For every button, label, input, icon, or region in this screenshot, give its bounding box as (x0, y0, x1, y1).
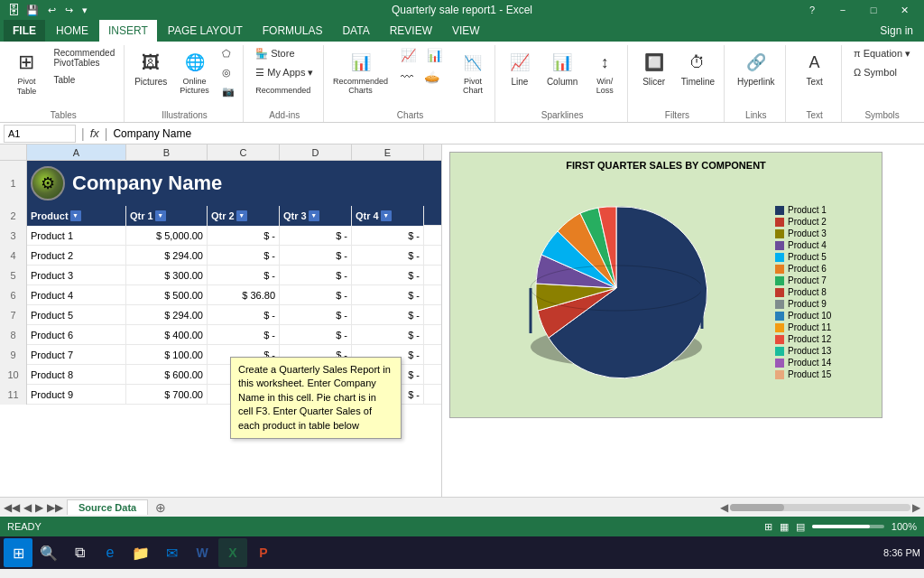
column-sparkline-btn[interactable]: 📊 Column (542, 45, 582, 89)
cell-qtr1-7[interactable]: $ 294.00 (126, 305, 208, 325)
sheet-tab-source[interactable]: Source Data (67, 499, 148, 515)
winloss-sparkline-btn[interactable]: ↕ Win/Loss (586, 45, 624, 98)
undo-btn[interactable]: ↩ (45, 3, 59, 17)
cell-qtr1-6[interactable]: $ 500.00 (126, 285, 208, 305)
tab-file[interactable]: FILE (4, 20, 45, 42)
save-quick-btn[interactable]: 💾 (23, 3, 42, 17)
name-box[interactable] (4, 125, 76, 143)
recommended-pivottables-btn[interactable]: RecommendedPivotTables (49, 45, 119, 70)
row-4[interactable]: 4 Product 2 $ 294.00 $ - $ - $ - (0, 246, 441, 266)
cell-qtr1-5[interactable]: $ 300.00 (126, 266, 208, 285)
header-product[interactable]: Product ▼ (27, 206, 126, 226)
redo-btn[interactable]: ↪ (62, 3, 76, 17)
tab-review[interactable]: REVIEW (381, 20, 441, 42)
cell-qtr1-11[interactable]: $ 700.00 (126, 385, 208, 405)
cell-qtr2-8[interactable]: $ - (208, 325, 280, 345)
cell-product-9[interactable]: Product 7 (27, 345, 126, 365)
task-view-btn[interactable]: ⧉ (65, 538, 94, 567)
recommended-charts-btn[interactable]: 📊 RecommendedCharts (328, 45, 393, 98)
header-qtr2[interactable]: Qtr 2 ▼ (208, 206, 280, 226)
cell-a1[interactable]: ⚙ Company Name (27, 161, 441, 206)
customize-btn[interactable]: ▾ (79, 3, 90, 17)
cell-product-6[interactable]: Product 4 (27, 285, 126, 305)
ppt-btn[interactable]: P (249, 538, 278, 567)
header-qtr4[interactable]: Qtr 4 ▼ (352, 206, 424, 226)
tab-home[interactable]: HOME (47, 20, 97, 42)
sheet-nav-right[interactable]: ▶▶ (47, 501, 63, 514)
cell-product-3[interactable]: Product 1 (27, 226, 126, 246)
cell-qtr4-7[interactable]: $ - (352, 305, 424, 325)
chart-container[interactable]: FIRST QUARTER SALES BY COMPONENT (449, 152, 882, 418)
sign-in-btn[interactable]: Sign in (873, 24, 920, 37)
tab-page-layout[interactable]: PAGE LAYOUT (159, 20, 252, 42)
bar-chart-btn[interactable]: 📈 (396, 45, 420, 65)
product-filter-btn[interactable]: ▼ (70, 210, 81, 221)
tab-view[interactable]: VIEW (443, 20, 489, 42)
recommended-apps-btn[interactable]: Recommended (251, 83, 318, 98)
scroll-thumb[interactable] (730, 504, 784, 511)
cell-qtr4-6[interactable]: $ - (352, 285, 424, 305)
header-qtr1[interactable]: Qtr 1 ▼ (126, 206, 208, 226)
maximize-btn[interactable]: □ (861, 3, 886, 17)
scroll-right-btn[interactable]: ▶ (912, 501, 920, 514)
cell-qtr4-4[interactable]: $ - (352, 246, 424, 266)
screenshot-btn[interactable]: 📷 (217, 83, 239, 100)
cell-qtr4-3[interactable]: $ - (352, 226, 424, 246)
online-pictures-btn[interactable]: 🌐 OnlinePictures (175, 45, 214, 98)
mail-btn[interactable]: ✉ (157, 538, 186, 567)
qtr4-filter-btn[interactable]: ▼ (381, 210, 392, 221)
slicer-btn[interactable]: 🔲 Slicer (635, 45, 673, 89)
row-6[interactable]: 6 Product 4 $ 500.00 $ 36.80 $ - $ - (0, 285, 441, 305)
start-btn[interactable]: ⊞ (4, 538, 32, 567)
row-3[interactable]: 3 Product 1 $ 5,000.00 $ - $ - $ - (0, 226, 441, 246)
store-btn[interactable]: 🏪 Store (251, 45, 318, 62)
cell-qtr1-10[interactable]: $ 600.00 (126, 365, 208, 385)
tab-insert[interactable]: INSERT (99, 20, 157, 42)
cell-qtr1-4[interactable]: $ 294.00 (126, 246, 208, 266)
col-c-header[interactable]: C (208, 144, 280, 160)
cell-qtr1-3[interactable]: $ 5,000.00 (126, 226, 208, 246)
pivotchart-btn[interactable]: 📉 PivotChart (454, 45, 492, 98)
hyperlink-btn[interactable]: 🔗 Hyperlink (733, 45, 780, 89)
col-d-header[interactable]: D (280, 144, 352, 160)
sheet-nav-left[interactable]: ◀◀ (4, 501, 20, 514)
cell-qtr4-5[interactable]: $ - (352, 266, 424, 285)
cell-product-5[interactable]: Product 3 (27, 266, 126, 285)
view-page-break[interactable]: ▤ (796, 521, 805, 533)
cell-product-8[interactable]: Product 6 (27, 325, 126, 345)
line-chart-btn[interactable]: 〰 (396, 67, 418, 87)
view-normal[interactable]: ⊞ (764, 521, 772, 533)
tab-data[interactable]: DATA (333, 20, 378, 42)
smartart-btn[interactable]: ◎ (217, 64, 239, 81)
search-btn[interactable]: 🔍 (34, 538, 63, 567)
tab-formulas[interactable]: FORMULAS (254, 20, 332, 42)
cell-qtr1-9[interactable]: $ 100.00 (126, 345, 208, 365)
row-8[interactable]: 8 Product 6 $ 400.00 $ - $ - $ - (0, 325, 441, 345)
h-scroll[interactable]: ◀ ▶ (720, 501, 924, 514)
shapes-btn[interactable]: ⬠ (217, 45, 239, 62)
qtr3-filter-btn[interactable]: ▼ (309, 210, 319, 221)
cell-qtr2-6[interactable]: $ 36.80 (208, 285, 280, 305)
line-sparkline-btn[interactable]: 📈 Line (501, 45, 539, 89)
help-btn[interactable]: ? (799, 3, 825, 17)
cell-qtr2-5[interactable]: $ - (208, 266, 280, 285)
cell-qtr1-8[interactable]: $ 400.00 (126, 325, 208, 345)
edge-btn[interactable]: e (96, 538, 125, 567)
qtr2-filter-btn[interactable]: ▼ (236, 210, 247, 221)
formula-input[interactable] (113, 127, 920, 140)
sheet-nav-next[interactable]: ▶ (35, 501, 43, 514)
myapps-btn[interactable]: ☰ My Apps ▾ (251, 64, 318, 81)
folder-btn[interactable]: 📁 (126, 538, 155, 567)
header-qtr3[interactable]: Qtr 3 ▼ (280, 206, 352, 226)
scroll-left-btn[interactable]: ◀ (720, 501, 728, 514)
qtr1-filter-btn[interactable]: ▼ (155, 210, 166, 221)
cell-qtr3-5[interactable]: $ - (280, 266, 352, 285)
view-layout[interactable]: ▦ (780, 521, 789, 533)
close-btn[interactable]: ✕ (892, 3, 917, 17)
cell-product-7[interactable]: Product 5 (27, 305, 126, 325)
sheet-add-btn[interactable]: ⊕ (148, 499, 173, 517)
cell-qtr2-7[interactable]: $ - (208, 305, 280, 325)
timeline-btn[interactable]: ⏱ Timeline (677, 45, 719, 89)
pie-chart-btn[interactable]: 🥧 (420, 67, 444, 87)
sheet-nav-prev[interactable]: ◀ (23, 501, 32, 514)
